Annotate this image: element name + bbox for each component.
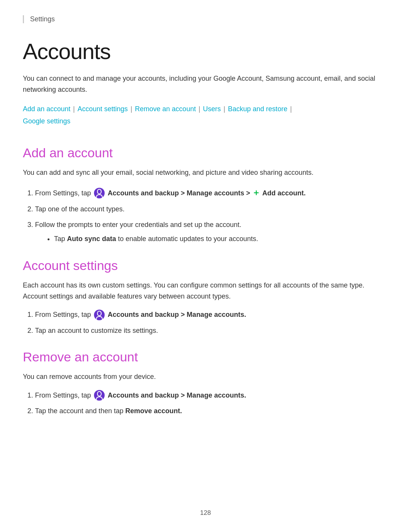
step1-add: Add account. (262, 189, 306, 197)
remove-account-step-2: Tap the account and then tap Remove acco… (35, 406, 388, 417)
accounts-icon-2 (94, 310, 105, 320)
plus-icon: ＋ (252, 188, 260, 197)
add-account-step-3: Follow the prompts to enter your credent… (35, 219, 388, 244)
add-account-steps: From Settings, tap Accounts and backup >… (23, 186, 388, 244)
accounts-icon-3 (94, 390, 105, 401)
add-account-step-2: Tap one of the account types. (35, 204, 388, 215)
section-intro-account-settings: Each account has its own custom settings… (23, 280, 388, 302)
page-title: Accounts (23, 38, 388, 64)
nav-links: Add an account | Account settings | Remo… (23, 103, 388, 128)
section-account-settings: Account settings Each account has its ow… (23, 258, 388, 336)
account-settings-steps: From Settings, tap Accounts and backup >… (23, 309, 388, 336)
section-remove-account: Remove an account You can remove account… (23, 350, 388, 417)
add-account-step-1: From Settings, tap Accounts and backup >… (35, 186, 388, 199)
breadcrumb: Settings (23, 15, 388, 23)
remove-account-step-1: From Settings, tap Accounts and backup >… (35, 390, 388, 401)
account-settings-step-1: From Settings, tap Accounts and backup >… (35, 309, 388, 320)
account-settings-step-2: Tap an account to customize its settings… (35, 325, 388, 336)
breadcrumb-label: Settings (30, 15, 55, 23)
section-title-account-settings: Account settings (23, 258, 388, 273)
remove-account-steps: From Settings, tap Accounts and backup >… (23, 390, 388, 417)
add-account-bullet-list: Tap Auto sync data to enable automatic u… (35, 233, 388, 244)
add-account-bullet-1: Tap Auto sync data to enable automatic u… (54, 233, 388, 244)
nav-link-add-account[interactable]: Add an account (23, 105, 70, 113)
nav-link-backup-restore[interactable]: Backup and restore (228, 105, 287, 113)
nav-link-users[interactable]: Users (203, 105, 221, 113)
account-settings-step1-bold: Accounts and backup > Manage accounts. (108, 311, 246, 318)
section-intro-remove-account: You can remove accounts from your device… (23, 371, 388, 382)
nav-link-account-settings[interactable]: Account settings (78, 105, 128, 113)
page-intro: You can connect to and manage your accou… (23, 73, 388, 95)
section-title-remove-account: Remove an account (23, 350, 388, 364)
section-intro-add-account: You can add and sync all your email, soc… (23, 167, 388, 178)
nav-link-remove-account[interactable]: Remove an account (135, 105, 196, 113)
section-add-account: Add an account You can add and sync all … (23, 145, 388, 244)
section-title-add-account: Add an account (23, 145, 388, 160)
accounts-icon-1 (94, 188, 105, 198)
page-container: Settings Accounts You can connect to and… (0, 0, 411, 453)
nav-link-google-settings[interactable]: Google settings (23, 117, 70, 125)
remove-step1-bold: Accounts and backup > Manage accounts. (108, 391, 246, 399)
step1-bold: Accounts and backup > Manage accounts > (108, 189, 252, 197)
page-number: 128 (200, 509, 211, 517)
